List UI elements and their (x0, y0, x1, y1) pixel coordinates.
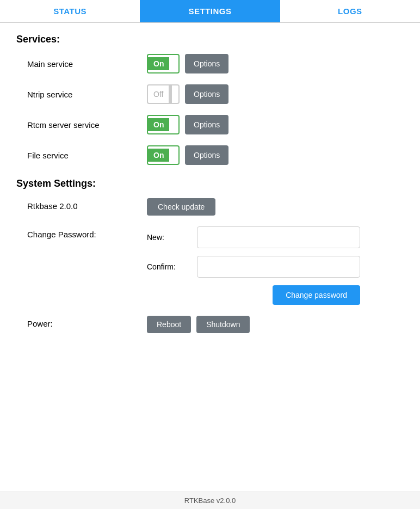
rtcm-service-row: Rtcm server service On Options (16, 115, 404, 134)
file-service-on-label: On (148, 149, 169, 162)
tab-logs[interactable]: LOGS (280, 0, 420, 22)
rtcm-service-label: Rtcm server service (27, 120, 147, 130)
rtcm-service-toggle[interactable]: On (147, 115, 180, 134)
main-content: Services: Main service On Options Ntrip … (0, 23, 420, 355)
rtkbase-row: Rtkbase 2.0.0 Check update (16, 198, 404, 216)
main-service-toggle[interactable]: On (147, 54, 180, 73)
new-password-label: New: (147, 233, 190, 242)
power-row: Power: Reboot Shutdown (16, 316, 404, 333)
footer: RTKBase v2.0.0 (0, 492, 420, 509)
tab-settings[interactable]: SETTINGS (140, 0, 280, 22)
confirm-password-row: Confirm: (147, 256, 360, 278)
tab-status[interactable]: STATUS (0, 0, 140, 22)
ntrip-service-handle (169, 85, 172, 103)
main-service-row: Main service On Options (16, 54, 404, 73)
change-password-row: Change Password: New: Confirm: Change pa… (16, 226, 404, 305)
file-service-label: File service (27, 151, 147, 160)
main-service-options-button[interactable]: Options (185, 54, 228, 73)
new-password-row: New: (147, 226, 360, 248)
system-settings-title: System Settings: (16, 178, 404, 189)
ntrip-service-label: Ntrip service (27, 90, 147, 99)
system-settings-section: System Settings: Rtkbase 2.0.0 Check upd… (16, 178, 404, 333)
confirm-password-label: Confirm: (147, 262, 190, 271)
ntrip-service-toggle[interactable]: Off (147, 84, 180, 104)
new-password-input[interactable] (197, 226, 360, 248)
file-service-toggle[interactable]: On (147, 145, 180, 165)
rtcm-service-options-button[interactable]: Options (185, 115, 228, 134)
check-update-button[interactable]: Check update (147, 198, 215, 216)
shutdown-button[interactable]: Shutdown (196, 316, 250, 333)
change-password-button-row: Change password (147, 285, 360, 305)
footer-text: RTKBase v2.0.0 (184, 496, 236, 505)
change-password-button[interactable]: Change password (273, 285, 360, 305)
ntrip-service-options-button[interactable]: Options (185, 84, 228, 104)
ntrip-service-row: Ntrip service Off Options (16, 84, 404, 104)
confirm-password-input[interactable] (197, 256, 360, 278)
rtcm-service-handle (169, 116, 172, 133)
reboot-button[interactable]: Reboot (147, 316, 191, 333)
tab-bar: STATUS SETTINGS LOGS (0, 0, 420, 23)
rtcm-service-on-label: On (148, 118, 169, 131)
power-label: Power: (27, 316, 147, 328)
change-password-label: Change Password: (27, 226, 147, 239)
ntrip-service-off-label: Off (148, 88, 169, 101)
rtkbase-label: Rtkbase 2.0.0 (27, 198, 147, 211)
file-service-handle (169, 146, 172, 164)
main-service-on-label: On (148, 57, 169, 70)
services-section-title: Services: (16, 34, 404, 45)
file-service-options-button[interactable]: Options (185, 145, 228, 165)
main-service-label: Main service (27, 59, 147, 69)
password-fields: New: Confirm: Change password (147, 226, 360, 305)
power-buttons: Reboot Shutdown (147, 316, 250, 333)
file-service-row: File service On Options (16, 145, 404, 165)
main-service-handle (169, 55, 172, 72)
